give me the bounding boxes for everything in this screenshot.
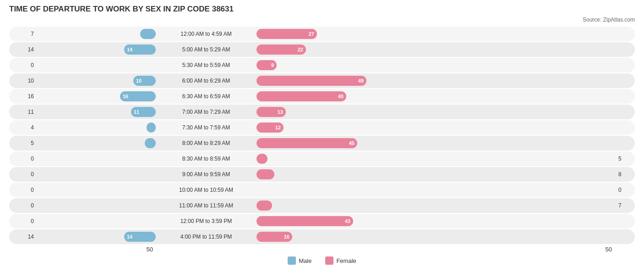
left-section: 4 — [9, 123, 156, 133]
left-bar-container: 14 — [37, 232, 156, 242]
left-section: 7 — [9, 29, 156, 39]
male-value: 0 — [21, 218, 34, 224]
male-value: 5 — [21, 140, 34, 146]
right-section: 9 — [257, 60, 635, 70]
bar-row: 7 12:00 AM to 4:59 AM 27 — [9, 27, 635, 41]
time-label: 10:00 AM to 10:59 AM — [156, 187, 257, 193]
right-section: 16 — [257, 232, 635, 242]
left-bar-container — [37, 29, 156, 39]
bar-row: 0 11:00 AM to 11:59 AM 7 — [9, 198, 635, 213]
left-section: 0 — [9, 216, 156, 226]
legend-male: Male — [288, 256, 311, 265]
right-bar-container: 12 — [257, 123, 616, 133]
bar-row: 0 9:00 AM to 9:59 AM 8 — [9, 167, 635, 182]
bar-row: 14 14 5:00 AM to 5:29 AM 22 — [9, 42, 635, 57]
right-bar-container: 22 — [257, 45, 616, 55]
left-bar-container — [37, 154, 156, 164]
female-value: 8 — [618, 171, 635, 178]
male-value: 0 — [21, 202, 34, 209]
source-label: Source: ZipAtlas.com — [9, 17, 635, 23]
male-value: 14 — [21, 234, 34, 240]
axis-row: 50 50 — [9, 246, 635, 253]
left-bar-container — [37, 123, 156, 133]
right-section: 27 — [257, 29, 635, 39]
chart-area: 7 12:00 AM to 4:59 AM 27 14 14 — [9, 27, 635, 244]
left-section: 10 10 — [9, 76, 156, 86]
time-label: 11:00 AM to 11:59 AM — [156, 202, 257, 209]
male-value: 10 — [21, 78, 34, 84]
female-value: 7 — [618, 202, 635, 209]
male-value: 7 — [21, 31, 34, 37]
right-section: 0 — [257, 185, 635, 195]
left-bar-container — [37, 169, 156, 179]
left-section: 0 — [9, 169, 156, 179]
right-bar-container — [257, 201, 616, 211]
time-label: 7:00 AM to 7:29 AM — [156, 109, 257, 115]
left-section: 0 — [9, 60, 156, 70]
bar-row: 0 5:30 AM to 5:59 AM 9 — [9, 58, 635, 72]
female-bar — [257, 154, 267, 164]
legend-female-box — [325, 256, 333, 265]
right-bar-container — [257, 154, 616, 164]
female-bar: 16 — [257, 232, 292, 242]
male-bar — [140, 29, 156, 39]
bar-row: 14 14 4:00 PM to 11:59 PM 16 — [9, 229, 635, 244]
male-value: 16 — [21, 93, 34, 100]
right-section: 12 — [257, 123, 635, 133]
female-bar: 9 — [257, 60, 277, 70]
bar-row: 4 7:30 AM to 7:59 AM 12 — [9, 120, 635, 135]
male-value: 11 — [21, 109, 34, 115]
male-bar: 14 — [124, 232, 156, 242]
left-bar-container — [37, 185, 156, 195]
time-label: 5:00 AM to 5:29 AM — [156, 46, 257, 53]
male-value: 14 — [21, 46, 34, 53]
bar-row: 10 10 6:00 AM to 6:29 AM 49 — [9, 73, 635, 88]
left-bar-container: 16 — [37, 91, 156, 101]
left-section: 16 16 — [9, 91, 156, 101]
legend-male-box — [288, 256, 296, 265]
female-bar: 13 — [257, 107, 286, 117]
legend: Male Female — [9, 256, 635, 265]
axis-left-label: 50 — [147, 246, 153, 253]
male-bar: 10 — [133, 76, 156, 86]
right-bar-container: 16 — [257, 232, 616, 242]
female-bar: 27 — [257, 29, 317, 39]
axis-right-label: 50 — [606, 246, 612, 253]
male-value: 0 — [21, 171, 34, 178]
legend-male-label: Male — [299, 257, 311, 264]
bar-row: 0 12:00 PM to 3:59 PM 43 — [9, 214, 635, 228]
time-label: 7:30 AM to 7:59 AM — [156, 124, 257, 131]
male-bar — [147, 123, 156, 133]
male-value: 0 — [21, 62, 34, 68]
left-bar-container: 14 — [37, 45, 156, 55]
right-bar-container: 9 — [257, 60, 616, 70]
right-section: 8 — [257, 169, 635, 179]
time-label: 8:00 AM to 8:29 AM — [156, 140, 257, 146]
right-section: 40 — [257, 91, 635, 101]
left-bar-container — [37, 138, 156, 148]
left-bar-container: 10 — [37, 76, 156, 86]
right-bar-container: 13 — [257, 107, 616, 117]
legend-female: Female — [325, 256, 356, 265]
bar-row: 0 8:30 AM to 8:59 AM 5 — [9, 151, 635, 166]
bar-row: 5 8:00 AM to 8:29 AM 45 — [9, 136, 635, 150]
left-section: 11 11 — [9, 107, 156, 117]
right-bar-container: 43 — [257, 216, 616, 226]
right-section: 5 — [257, 154, 635, 164]
female-value: 5 — [618, 156, 635, 162]
time-label: 4:00 PM to 11:59 PM — [156, 234, 257, 240]
female-bar — [257, 201, 272, 211]
female-bar: 40 — [257, 91, 346, 101]
female-bar: 49 — [257, 76, 366, 86]
female-bar: 45 — [257, 138, 357, 148]
left-section: 0 — [9, 154, 156, 164]
left-section: 0 — [9, 201, 156, 211]
right-section: 43 — [257, 216, 635, 226]
time-label: 9:00 AM to 9:59 AM — [156, 171, 257, 178]
male-bar: 14 — [124, 45, 156, 55]
female-bar: 43 — [257, 216, 353, 226]
male-bar: 16 — [120, 91, 156, 101]
right-bar-container: 27 — [257, 29, 616, 39]
left-bar-container — [37, 60, 156, 70]
male-value: 4 — [21, 124, 34, 131]
